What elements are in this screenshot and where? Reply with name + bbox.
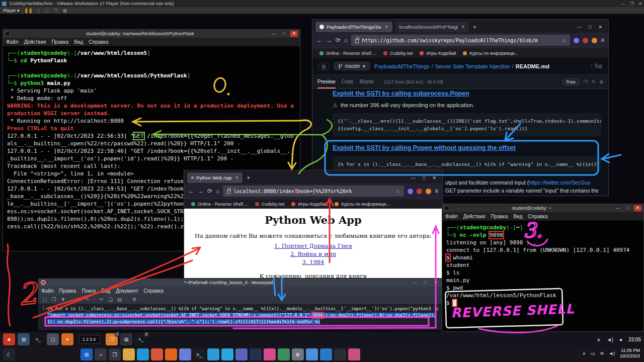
menu-item-Вид[interactable]: Вид — [513, 214, 522, 219]
undo-icon[interactable]: ↶ — [76, 297, 80, 302]
tab-localhost-phptwig[interactable]: localhost/lesson5/PHPTwigl✕ — [395, 22, 469, 32]
copy-icon[interactable]: ❏ — [108, 297, 113, 302]
volume-icon[interactable]: ◄) — [607, 337, 613, 342]
reload-button[interactable]: ⟳ — [207, 188, 212, 195]
branch-selector[interactable]: master ▾ — [334, 62, 370, 70]
twitter-link[interactable]: https://twitter.com/SecGus — [529, 179, 590, 186]
tab-code[interactable]: Code — [342, 75, 354, 88]
volume-icon[interactable]: ◄) — [609, 351, 615, 356]
book-link-3[interactable]: 3. 1984 — [184, 258, 442, 265]
tray-up-icon[interactable]: ∧ — [597, 337, 600, 342]
menu-item-Справка[interactable]: Справка — [528, 214, 547, 219]
paste-icon[interactable]: ▤ — [117, 297, 122, 302]
host-clock[interactable]: 11:05 PM 10/2/2023 — [620, 348, 640, 359]
bookmark-item[interactable]: Игры Кодебай — [291, 202, 328, 207]
player-menu[interactable]: Player ▾ — [3, 8, 20, 13]
terminal-icon[interactable]: >_ — [32, 333, 44, 345]
breadcrumb-repo-link[interactable]: PayloadsAllTheThings — [374, 63, 429, 69]
vmware-maximize-button[interactable]: ❐ — [630, 2, 633, 6]
bookmark-item[interactable]: Игры Кодебай — [420, 51, 456, 56]
minimize-button[interactable]: — — [411, 175, 416, 180]
tab-payloadsallthethings[interactable]: PayloadsAllTheThings/Se✕ — [315, 22, 392, 32]
calculator-icon[interactable] — [278, 348, 290, 360]
extension-icon[interactable] — [408, 189, 413, 194]
extension-icon[interactable] — [574, 38, 579, 43]
code-block-subprocess[interactable]: {{''.__class__.mro()[1].__subclasses__()… — [333, 113, 601, 136]
workspace-switcher[interactable]: 1234 — [79, 335, 100, 344]
save-file-icon[interactable]: ▼ — [60, 297, 65, 302]
forward-button[interactable]: → — [198, 188, 204, 195]
chrome-icon[interactable] — [151, 348, 163, 360]
menu-item-Документ[interactable]: Документ — [116, 288, 138, 294]
search-icon[interactable]: ○ — [95, 348, 107, 360]
forward-button[interactable]: → — [326, 37, 332, 44]
edge-icon[interactable] — [137, 348, 149, 360]
task-view-icon[interactable]: ❒ — [109, 348, 121, 360]
ssti-subprocess-heading-link[interactable]: Exploit the SSTI by calling subprocess.P… — [333, 90, 469, 97]
menu-item-Действия[interactable]: Действия — [463, 214, 486, 219]
browser-window-icon[interactable]: ❒2 — [106, 333, 118, 345]
vmware-close-button[interactable]: ✕ — [638, 2, 642, 6]
mousepad-titlebar[interactable]: *~/Рабочий стол/tmp_lesson_5 - Mousepad … — [38, 279, 442, 287]
more-options-icon[interactable]: ≣ — [599, 79, 603, 84]
payload-text[interactable]: {% for x in ().__class__.__base__.__subc… — [46, 304, 442, 330]
settings-icon[interactable]: ⚙ — [292, 348, 304, 360]
menu-item-Вид[interactable]: Вид — [101, 288, 110, 294]
minimize-button[interactable]: — — [614, 205, 621, 211]
raw-button[interactable]: Raw — [562, 78, 580, 85]
copy-code-icon[interactable]: ❐ — [595, 116, 598, 124]
menu-item-Поиск[interactable]: Поиск — [82, 288, 96, 294]
tab-python-web-app[interactable]: Python Web App✕ — [187, 172, 243, 183]
bookmark-item[interactable]: Курсы по информаци... — [335, 202, 390, 207]
new-tab-button[interactable]: + — [247, 174, 250, 182]
menu-hamburger-icon[interactable]: ≡ — [601, 37, 604, 44]
maximize-button[interactable]: □ — [422, 280, 429, 286]
telegram-icon[interactable] — [221, 348, 233, 360]
text-editor-icon[interactable]: ▢ — [47, 333, 59, 345]
close-tab-icon[interactable]: ✕ — [385, 25, 388, 29]
book-link-1[interactable]: 1. Портрет Дориана Грея — [184, 242, 442, 249]
menu-item-Справка[interactable]: Справка — [89, 39, 108, 45]
book-link-2[interactable]: 2. Война и мир — [184, 250, 442, 257]
menu-item-Справка[interactable]: Справка — [144, 288, 164, 294]
vscode-icon[interactable] — [207, 348, 219, 360]
close-button[interactable]: ✕ — [634, 205, 641, 211]
cut-icon[interactable]: ✂ — [99, 297, 103, 302]
file-explorer-icon[interactable] — [123, 348, 135, 360]
scroll-to-top-link[interactable]: ↑ Top — [590, 63, 602, 69]
new-file-icon[interactable]: ▢ — [42, 297, 47, 302]
codeby-extension-icon[interactable] — [583, 38, 588, 43]
obs-icon[interactable] — [334, 348, 346, 360]
copy-file-icon[interactable]: ❐ — [584, 79, 588, 84]
firefox-icon[interactable] — [165, 348, 177, 360]
new-tab-button[interactable]: + — [473, 24, 476, 31]
back-button[interactable]: ← — [188, 188, 194, 195]
menu-item-Правка[interactable]: Правка — [51, 39, 68, 45]
url-bar[interactable]: https://github.com/swisskyrepo/PayloadsA… — [351, 35, 570, 46]
tray-display-icon[interactable]: ▭ — [591, 351, 595, 356]
copy-code-icon[interactable]: ❐ — [595, 159, 598, 167]
app-menu-icon[interactable]: ◆ — [3, 333, 15, 345]
notification-bell-icon[interactable]: ● — [619, 337, 622, 342]
file-manager-icon[interactable]: ▤ — [18, 333, 30, 345]
send-ctrl-alt-del-icon[interactable]: ▢ — [44, 8, 49, 13]
menu-item-Вид[interactable]: Вид — [74, 39, 83, 45]
unity-icon[interactable]: ▦ — [63, 8, 67, 13]
photos-icon[interactable] — [264, 348, 276, 360]
maximize-button[interactable]: □ — [589, 25, 591, 30]
close-button[interactable]: ✕ — [432, 175, 436, 180]
terminal-titlebar[interactable]: student@codeby: ~ — □ ✕ — [442, 204, 643, 212]
open-file-icon[interactable]: ❐ — [51, 297, 56, 302]
minimize-button[interactable]: — — [577, 25, 582, 30]
pause-vm-button[interactable]: ❚❚ — [25, 8, 33, 13]
terminal-window-icon[interactable]: >_2 — [135, 333, 147, 345]
start-button[interactable]: ⊞ — [80, 348, 93, 360]
menu-item-Файл[interactable]: Файл — [6, 39, 19, 45]
tab-preview[interactable]: Preview — [317, 75, 336, 88]
bookmark-item[interactable]: Codeby.net — [255, 202, 284, 207]
back-button[interactable]: ← — [316, 37, 323, 44]
maximize-button[interactable]: □ — [624, 205, 631, 211]
steam-icon[interactable] — [250, 348, 262, 360]
maximize-button[interactable]: □ — [423, 175, 425, 180]
vmware-icon[interactable] — [179, 348, 191, 360]
